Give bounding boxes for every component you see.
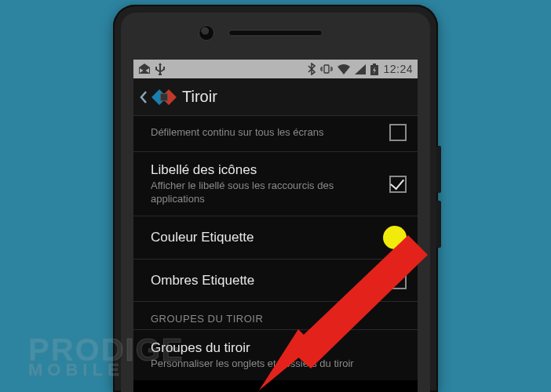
mail-open-icon [138, 64, 151, 74]
battery-charging-icon [370, 64, 378, 75]
setting-label-color[interactable]: Couleur Etiquette [133, 216, 418, 260]
checkbox-icon[interactable] [389, 272, 407, 289]
status-bar: 12:24 [133, 60, 418, 78]
setting-label-shadows[interactable]: Ombres Etiquette [133, 260, 418, 302]
setting-subtitle: Afficher le libellé sous les raccourcis … [151, 180, 380, 206]
section-header-drawer-groups: GROUPES DU TIROIR [133, 302, 418, 330]
phone-side-button [436, 146, 441, 193]
watermark-line1: PRODIGE [28, 336, 184, 363]
svg-rect-2 [373, 64, 376, 65]
app-icon [154, 87, 174, 107]
color-swatch[interactable] [383, 226, 407, 249]
setting-continuous-scroll[interactable]: Défilement continu sur tous les écrans [133, 116, 418, 152]
phone-side-button [436, 201, 441, 248]
checkbox-checked-icon[interactable] [389, 176, 407, 193]
earpiece-speaker [228, 30, 323, 36]
page-title: Tiroir [182, 88, 217, 106]
setting-subtitle: Défilement continu sur tous les écrans [151, 126, 380, 140]
vibrate-icon [320, 64, 333, 74]
wifi-icon [338, 64, 350, 74]
signal-icon [355, 64, 366, 74]
checkbox-icon[interactable] [389, 124, 407, 141]
setting-title: Groupes du tiroir [151, 339, 407, 356]
bluetooth-icon [308, 63, 316, 75]
phone-sensor-row [121, 13, 430, 53]
setting-icon-labels[interactable]: Libellé des icônes Afficher le libellé s… [133, 152, 418, 216]
front-camera [199, 25, 214, 41]
status-clock: 12:24 [383, 63, 413, 75]
setting-title: Ombres Etiquette [151, 272, 380, 289]
action-bar: Tiroir [133, 78, 418, 116]
setting-title: Couleur Etiquette [151, 229, 374, 245]
usb-icon [155, 63, 165, 75]
setting-subtitle: Personnaliser les onglets et dossiers du… [151, 358, 407, 371]
watermark: PRODIGE MOBILE [28, 336, 184, 378]
setting-title: Libellé des icônes [151, 162, 380, 178]
svg-rect-0 [324, 65, 329, 73]
back-button[interactable] [138, 89, 149, 105]
